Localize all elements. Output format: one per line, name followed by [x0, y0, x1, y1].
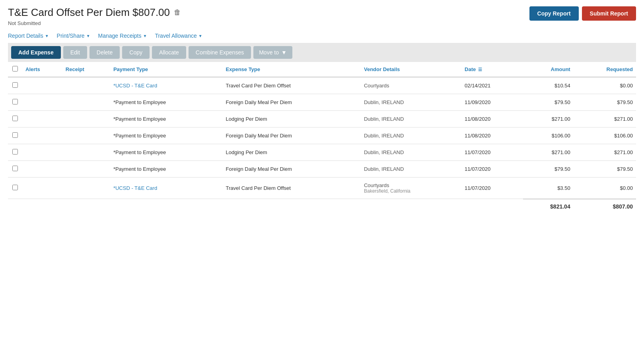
- table-row: *Payment to EmployeeLodging Per DiemDubl…: [8, 144, 636, 161]
- edit-button[interactable]: Edit: [63, 46, 87, 59]
- col-alerts: Alerts: [22, 62, 62, 77]
- row-requested: $271.00: [574, 111, 636, 128]
- page-title: T&E Card Offset Per Diem $807.00 🗑: [8, 6, 181, 19]
- delete-button[interactable]: Delete: [89, 46, 120, 59]
- select-all-checkbox[interactable]: [12, 66, 18, 71]
- allocate-button[interactable]: Allocate: [152, 46, 186, 59]
- row-vendor-details: Dublin, IRELAND: [361, 144, 461, 161]
- row-checkbox[interactable]: [12, 166, 18, 171]
- col-receipt: Receipt: [62, 62, 110, 77]
- row-alerts: [22, 77, 62, 94]
- row-payment-type: *Payment to Employee: [110, 111, 223, 128]
- row-receipt: [62, 161, 110, 178]
- row-alerts: [22, 111, 62, 128]
- row-checkbox[interactable]: [12, 132, 18, 138]
- table-header-row: Alerts Receipt Payment Type Expense Type…: [8, 62, 636, 77]
- row-requested: $106.00: [574, 128, 636, 144]
- col-date[interactable]: Date ☰: [461, 62, 523, 77]
- header-row: T&E Card Offset Per Diem $807.00 🗑 Not S…: [8, 6, 636, 26]
- row-expense-type: Foreign Daily Meal Per Diem: [223, 161, 361, 178]
- status-badge: Not Submitted: [8, 20, 181, 26]
- nav-print-share[interactable]: Print/Share ▼: [57, 33, 90, 39]
- nav-bar: Report Details ▼ Print/Share ▼ Manage Re…: [8, 33, 636, 39]
- row-expense-type: Travel Card Per Diem Offset: [223, 178, 361, 199]
- row-amount: $271.00: [523, 144, 574, 161]
- row-checkbox[interactable]: [12, 99, 18, 104]
- row-checkbox-cell: [8, 128, 22, 144]
- total-amount: $821.04: [523, 199, 574, 214]
- row-payment-type[interactable]: *UCSD - T&E Card: [110, 178, 223, 199]
- move-to-button[interactable]: Move to ▼: [253, 46, 292, 59]
- row-date: 11/08/2020: [461, 128, 523, 144]
- copy-button[interactable]: Copy: [122, 46, 150, 59]
- delete-report-icon[interactable]: 🗑: [174, 8, 181, 17]
- col-requested: Requested: [574, 62, 636, 77]
- row-date: 11/07/2020: [461, 178, 523, 199]
- col-payment-type: Payment Type: [110, 62, 223, 77]
- table-row: *UCSD - T&E CardTravel Card Per Diem Off…: [8, 77, 636, 94]
- col-checkbox: [8, 62, 22, 77]
- row-receipt: [62, 94, 110, 111]
- row-checkbox[interactable]: [12, 116, 18, 121]
- add-expense-button[interactable]: Add Expense: [11, 46, 61, 59]
- vendor-main: Dublin, IRELAND: [364, 149, 458, 155]
- row-expense-type: Foreign Daily Meal Per Diem: [223, 94, 361, 111]
- row-checkbox-cell: [8, 94, 22, 111]
- header-buttons: Copy Report Submit Report: [529, 6, 636, 21]
- vendor-main: Courtyards: [364, 182, 458, 188]
- row-checkbox-cell: [8, 178, 22, 199]
- chevron-down-icon: ▼: [198, 34, 202, 38]
- row-amount: $79.50: [523, 94, 574, 111]
- row-receipt: [62, 111, 110, 128]
- row-date: 11/09/2020: [461, 94, 523, 111]
- row-payment-type[interactable]: *UCSD - T&E Card: [110, 77, 223, 94]
- chevron-down-icon: ▼: [281, 49, 287, 56]
- col-vendor-details: Vendor Details: [361, 62, 461, 77]
- copy-report-button[interactable]: Copy Report: [529, 6, 579, 21]
- row-receipt: [62, 128, 110, 144]
- row-checkbox[interactable]: [12, 82, 18, 88]
- combine-expenses-button[interactable]: Combine Expenses: [189, 46, 251, 59]
- row-expense-type: Lodging Per Diem: [223, 111, 361, 128]
- col-amount: Amount: [523, 62, 574, 77]
- row-requested: $0.00: [574, 178, 636, 199]
- table-row: *Payment to EmployeeForeign Daily Meal P…: [8, 128, 636, 144]
- vendor-main: Courtyards: [364, 83, 458, 89]
- row-checkbox-cell: [8, 111, 22, 128]
- row-expense-type: Lodging Per Diem: [223, 144, 361, 161]
- row-vendor-details: Dublin, IRELAND: [361, 128, 461, 144]
- row-checkbox[interactable]: [12, 185, 18, 190]
- nav-manage-receipts[interactable]: Manage Receipts ▼: [98, 33, 147, 39]
- vendor-main: Dublin, IRELAND: [364, 116, 458, 122]
- expense-table: Alerts Receipt Payment Type Expense Type…: [8, 62, 636, 214]
- row-expense-type: Foreign Daily Meal Per Diem: [223, 128, 361, 144]
- vendor-main: Dublin, IRELAND: [364, 99, 458, 105]
- row-alerts: [22, 178, 62, 199]
- row-payment-type: *Payment to Employee: [110, 144, 223, 161]
- col-expense-type: Expense Type: [223, 62, 361, 77]
- row-checkbox-cell: [8, 144, 22, 161]
- toolbar: Add Expense Edit Delete Copy Allocate Co…: [8, 43, 636, 62]
- row-requested: $271.00: [574, 144, 636, 161]
- nav-travel-allowance[interactable]: Travel Allowance ▼: [155, 33, 202, 39]
- row-alerts: [22, 161, 62, 178]
- row-checkbox-cell: [8, 161, 22, 178]
- row-amount: $79.50: [523, 161, 574, 178]
- total-requested: $807.00: [574, 199, 636, 214]
- row-checkbox[interactable]: [12, 149, 18, 155]
- row-vendor-details: Courtyards: [361, 77, 461, 94]
- title-text: T&E Card Offset Per Diem $807.00: [8, 6, 170, 19]
- row-vendor-details: Dublin, IRELAND: [361, 161, 461, 178]
- row-amount: $10.54: [523, 77, 574, 94]
- submit-report-button[interactable]: Submit Report: [582, 6, 636, 21]
- row-requested: $0.00: [574, 77, 636, 94]
- row-date: 11/07/2020: [461, 161, 523, 178]
- table-footer-row: $821.04 $807.00: [8, 199, 636, 214]
- row-receipt: [62, 178, 110, 199]
- title-section: T&E Card Offset Per Diem $807.00 🗑 Not S…: [8, 6, 181, 26]
- nav-report-details[interactable]: Report Details ▼: [8, 33, 49, 39]
- chevron-down-icon: ▼: [45, 34, 49, 38]
- row-payment-type: *Payment to Employee: [110, 161, 223, 178]
- row-alerts: [22, 94, 62, 111]
- row-alerts: [22, 128, 62, 144]
